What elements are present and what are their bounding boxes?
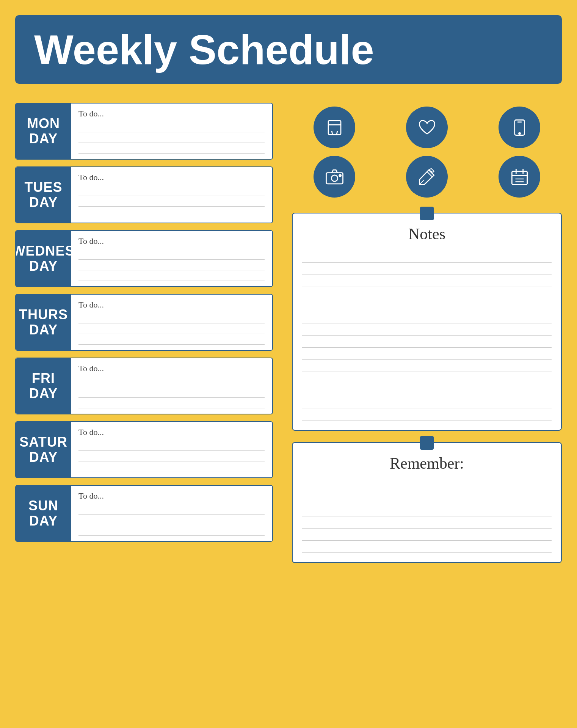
line	[78, 313, 265, 323]
remember-line	[302, 529, 552, 541]
remember-line	[302, 504, 552, 516]
saturday-content: To do...	[71, 422, 272, 477]
remember-line	[302, 480, 552, 492]
sunday-label: SUNDAY	[16, 486, 71, 541]
notes-line	[302, 336, 552, 348]
thursday-label: THURSDAY	[16, 295, 71, 350]
line	[78, 185, 265, 196]
line	[78, 132, 265, 143]
notes-line	[302, 251, 552, 263]
page-title: Weekly Schedule	[34, 27, 543, 72]
wednesday-content: To do...	[71, 231, 272, 286]
cup-icon-circle	[314, 107, 355, 148]
svg-rect-0	[328, 121, 341, 135]
notes-pin	[420, 207, 434, 220]
line	[78, 398, 265, 408]
svg-point-7	[331, 175, 338, 181]
svg-point-8	[339, 174, 341, 177]
thursday-lines	[78, 313, 265, 345]
notes-line	[302, 384, 552, 396]
wednesday-label: WEDNESDAY	[16, 231, 71, 286]
sunday-row: SUNDAY To do...	[15, 485, 273, 542]
monday-todo-label: To do...	[78, 109, 265, 119]
remember-lines-area	[302, 480, 552, 553]
thursday-row: THURSDAY To do...	[15, 294, 273, 351]
line	[78, 249, 265, 260]
remember-line	[302, 541, 552, 553]
notes-line	[302, 263, 552, 275]
saturday-lines	[78, 440, 265, 472]
friday-content: To do...	[71, 358, 272, 414]
friday-lines	[78, 377, 265, 408]
svg-point-4	[519, 132, 521, 134]
monday-label: MONDAY	[16, 104, 71, 159]
right-column: Notes Remember:	[292, 103, 562, 563]
line	[78, 323, 265, 334]
notes-line	[302, 408, 552, 420]
svg-marker-11	[429, 168, 434, 172]
line	[78, 440, 265, 451]
sunday-content: To do...	[71, 486, 272, 541]
line	[78, 461, 265, 472]
notes-lines-area	[302, 251, 552, 420]
notes-line	[302, 396, 552, 408]
phone-icon-circle	[499, 107, 540, 148]
friday-todo-label: To do...	[78, 364, 265, 373]
notes-title: Notes	[302, 225, 552, 243]
svg-line-10	[419, 179, 424, 184]
cup-icon	[324, 117, 345, 138]
notes-line	[302, 299, 552, 311]
line	[78, 515, 265, 525]
line	[78, 122, 265, 132]
wednesday-todo-label: To do...	[78, 236, 265, 246]
friday-row: FRIDAY To do...	[15, 358, 273, 414]
wednesday-lines	[78, 249, 265, 281]
calendar-icon	[509, 166, 530, 187]
phone-icon	[509, 117, 530, 138]
notes-line	[302, 275, 552, 287]
remember-pin	[420, 436, 434, 450]
line	[78, 387, 265, 398]
remember-line	[302, 492, 552, 504]
notes-line	[302, 372, 552, 384]
calendar-icon-circle	[499, 156, 540, 198]
monday-row: MONDAY To do...	[15, 103, 273, 160]
pencil-icon-circle	[406, 156, 448, 198]
monday-content: To do...	[71, 104, 272, 159]
monday-lines	[78, 122, 265, 154]
line	[78, 143, 265, 154]
line	[78, 207, 265, 217]
line	[78, 334, 265, 345]
notes-line	[302, 323, 552, 336]
line	[78, 504, 265, 515]
tuesday-content: To do...	[71, 167, 272, 223]
sunday-lines	[78, 504, 265, 536]
tuesday-todo-label: To do...	[78, 173, 265, 182]
notes-line	[302, 287, 552, 299]
saturday-todo-label: To do...	[78, 427, 265, 437]
thursday-content: To do...	[71, 295, 272, 350]
sunday-todo-label: To do...	[78, 491, 265, 501]
notes-line	[302, 360, 552, 372]
main-content: MONDAY To do... TUESDAY To do...	[15, 103, 562, 563]
thursday-todo-label: To do...	[78, 300, 265, 310]
tuesday-label: TUESDAY	[16, 167, 71, 223]
remember-title: Remember:	[302, 454, 552, 472]
notes-line	[302, 348, 552, 360]
notes-card: Notes	[292, 213, 562, 431]
icons-grid	[292, 103, 562, 201]
line	[78, 377, 265, 387]
heart-icon-circle	[406, 107, 448, 148]
camera-icon-circle	[314, 156, 355, 198]
tuesday-row: TUESDAY To do...	[15, 166, 273, 223]
line	[78, 525, 265, 536]
notes-line	[302, 311, 552, 323]
camera-icon	[324, 166, 345, 187]
line	[78, 270, 265, 281]
saturday-row: SATURDAY To do...	[15, 421, 273, 478]
line	[78, 451, 265, 461]
pencil-icon	[417, 166, 437, 187]
remember-line	[302, 516, 552, 529]
saturday-label: SATURDAY	[16, 422, 71, 477]
tuesday-lines	[78, 185, 265, 217]
